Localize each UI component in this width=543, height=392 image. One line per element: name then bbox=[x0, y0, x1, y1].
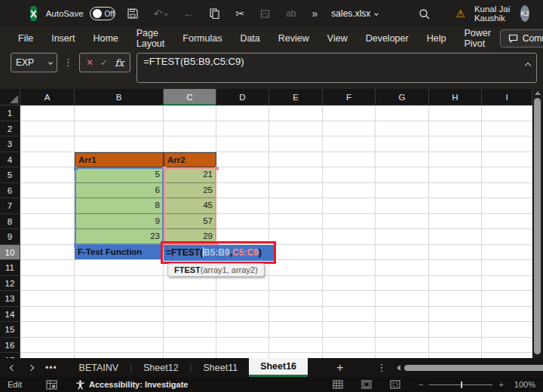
cell-I7[interactable] bbox=[482, 198, 532, 214]
cell-B4[interactable]: Arr1 bbox=[75, 152, 164, 168]
cell-E7[interactable] bbox=[269, 198, 323, 214]
zoom-out-icon[interactable]: − bbox=[419, 380, 423, 389]
cell-A3[interactable] bbox=[20, 136, 75, 152]
row-header-14[interactable]: 14 bbox=[0, 307, 20, 323]
cell-E3[interactable] bbox=[269, 136, 323, 152]
cell-C17[interactable] bbox=[164, 353, 216, 358]
cell-B15[interactable] bbox=[75, 322, 164, 338]
cell-D6[interactable] bbox=[216, 183, 269, 199]
cell-B16[interactable] bbox=[75, 338, 164, 354]
accessibility-status[interactable]: Accessibility: Investigate bbox=[75, 380, 188, 390]
column-header-A[interactable]: A bbox=[20, 89, 75, 106]
ribbon-tab-page-layout[interactable]: Page Layout bbox=[127, 27, 174, 50]
cell-H6[interactable] bbox=[429, 183, 482, 199]
cell-H11[interactable] bbox=[429, 260, 482, 276]
zoom-track[interactable] bbox=[429, 384, 492, 385]
record-macro-icon[interactable] bbox=[46, 380, 57, 390]
cell-G15[interactable] bbox=[376, 322, 429, 338]
cell-H4[interactable] bbox=[429, 152, 482, 168]
cell-I13[interactable] bbox=[482, 291, 532, 307]
all-sheets-icon[interactable]: ••• bbox=[45, 363, 57, 373]
cell-I1[interactable] bbox=[482, 106, 532, 121]
cell-F11[interactable] bbox=[323, 260, 376, 276]
cell-B5[interactable]: 5 bbox=[75, 167, 164, 183]
cell-C5[interactable]: 21 bbox=[164, 167, 216, 183]
sheet-tab-betainv[interactable]: BETAINV bbox=[68, 358, 130, 377]
cell-B11[interactable] bbox=[75, 260, 164, 276]
cell-B13[interactable] bbox=[75, 291, 164, 307]
cell-D2[interactable] bbox=[216, 121, 269, 137]
name-box[interactable]: EXP bbox=[11, 53, 57, 72]
cell-B2[interactable] bbox=[75, 121, 164, 137]
horizontal-scrollbar-track[interactable] bbox=[404, 364, 543, 372]
cell-A10[interactable] bbox=[20, 245, 75, 261]
cell-B6[interactable]: 6 bbox=[75, 183, 164, 199]
cell-G14[interactable] bbox=[376, 307, 429, 323]
file-name-menu[interactable]: sales.xlsx bbox=[331, 8, 378, 19]
cut-icon[interactable]: ✂ bbox=[235, 8, 244, 20]
cell-F16[interactable] bbox=[323, 338, 376, 354]
undo-icon[interactable]: ↶ bbox=[154, 8, 168, 20]
cell-F9[interactable] bbox=[323, 229, 376, 245]
excel-app-icon[interactable]: X bbox=[30, 6, 37, 21]
cell-C4[interactable]: Arr2 bbox=[164, 152, 216, 168]
avatar[interactable]: KJ bbox=[520, 5, 529, 22]
cell-F10[interactable] bbox=[323, 245, 376, 261]
cell-F15[interactable] bbox=[323, 322, 376, 338]
cell-I8[interactable] bbox=[482, 214, 532, 230]
cell-D1[interactable] bbox=[216, 106, 269, 121]
cell-D3[interactable] bbox=[216, 136, 269, 152]
cell-A1[interactable] bbox=[20, 106, 75, 121]
row-header-2[interactable]: 2 bbox=[0, 121, 20, 137]
cell-G12[interactable] bbox=[376, 276, 429, 292]
cell-A16[interactable] bbox=[20, 338, 75, 354]
row-header-17[interactable]: 17 bbox=[0, 353, 20, 358]
cell-E16[interactable] bbox=[269, 338, 323, 354]
cell-H3[interactable] bbox=[429, 136, 482, 152]
cell-E13[interactable] bbox=[269, 291, 323, 307]
cell-A14[interactable] bbox=[20, 307, 75, 323]
insert-function-icon[interactable]: fx bbox=[115, 57, 124, 69]
scroll-up-icon[interactable] bbox=[535, 91, 541, 95]
cell-D14[interactable] bbox=[216, 307, 269, 323]
cell-A2[interactable] bbox=[20, 121, 75, 137]
row-header-11[interactable]: 11 bbox=[0, 260, 20, 276]
cell-I14[interactable] bbox=[482, 307, 532, 323]
cell-A15[interactable] bbox=[20, 322, 75, 338]
cell-D5[interactable] bbox=[216, 167, 269, 183]
column-header-D[interactable]: D bbox=[216, 89, 269, 106]
row-header-10[interactable]: 10 bbox=[0, 245, 20, 261]
cell-D7[interactable] bbox=[216, 198, 269, 214]
cell-G6[interactable] bbox=[376, 183, 429, 199]
cell-H1[interactable] bbox=[429, 106, 482, 121]
prev-sheet-icon[interactable] bbox=[11, 366, 15, 370]
cell-B1[interactable] bbox=[75, 106, 164, 121]
cell-I16[interactable] bbox=[482, 338, 532, 354]
cell-F3[interactable] bbox=[323, 136, 376, 152]
cell-D13[interactable] bbox=[216, 291, 269, 307]
cell-G11[interactable] bbox=[376, 260, 429, 276]
comments-button[interactable]: Comments bbox=[500, 29, 543, 47]
cell-I10[interactable] bbox=[482, 245, 532, 261]
row-header-15[interactable]: 15 bbox=[0, 322, 20, 338]
warning-icon[interactable]: ⚠ bbox=[456, 8, 465, 20]
cell-E8[interactable] bbox=[269, 214, 323, 230]
cell-C6[interactable]: 25 bbox=[164, 183, 216, 199]
column-header-F[interactable]: F bbox=[323, 89, 376, 106]
page-layout-view-icon[interactable] bbox=[361, 380, 372, 389]
ribbon-tab-view[interactable]: View bbox=[318, 27, 357, 50]
row-header-9[interactable]: 9 bbox=[0, 229, 20, 245]
page-break-view-icon[interactable] bbox=[390, 380, 400, 389]
paste-icon[interactable] bbox=[260, 9, 270, 19]
cell-F1[interactable] bbox=[323, 106, 376, 121]
new-sheet-button[interactable]: + bbox=[336, 361, 343, 375]
row-header-5[interactable]: 5 bbox=[0, 167, 20, 183]
cell-A6[interactable] bbox=[20, 183, 75, 199]
cell-C12[interactable] bbox=[164, 276, 216, 292]
cell-E14[interactable] bbox=[269, 307, 323, 323]
cell-F13[interactable] bbox=[323, 291, 376, 307]
cell-E15[interactable] bbox=[269, 322, 323, 338]
cell-C2[interactable] bbox=[164, 121, 216, 137]
cell-I4[interactable] bbox=[482, 152, 532, 168]
cell-D17[interactable] bbox=[216, 353, 269, 358]
